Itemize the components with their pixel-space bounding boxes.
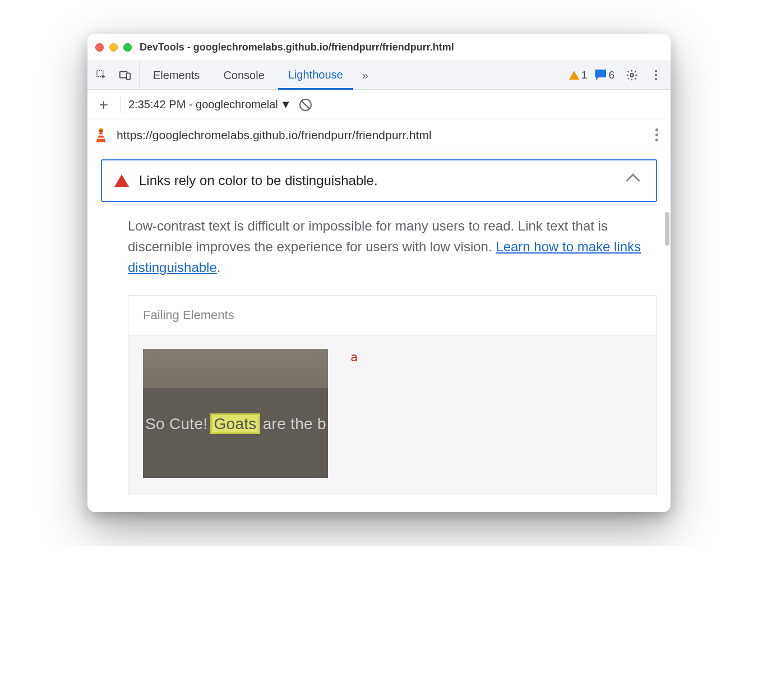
failing-elements-body: So Cute! Goats are the b a [128, 335, 657, 495]
devtools-tabstrip: Elements Console Lighthouse » 1 6 [87, 61, 671, 90]
window-title: DevTools - googlechromelabs.github.io/fr… [140, 42, 454, 53]
failing-elements-section: Failing Elements So Cute! Goats are the … [128, 295, 657, 495]
thumb-highlight: Goats [212, 415, 258, 432]
svg-rect-2 [127, 73, 130, 79]
zoom-window-button[interactable] [123, 43, 132, 52]
svg-point-3 [630, 73, 634, 77]
report-selector[interactable]: 2:35:42 PM - googlechromelal ▼ [128, 98, 292, 111]
audit-title: Links rely on color to be distinguishabl… [139, 173, 618, 188]
device-toolbar-icon[interactable] [115, 66, 135, 85]
lighthouse-icon [93, 127, 109, 143]
thumb-text-pre: So Cute! [145, 415, 212, 432]
element-screenshot-thumbnail[interactable]: So Cute! Goats are the b [143, 349, 328, 478]
svg-rect-1 [120, 72, 127, 78]
svg-rect-6 [98, 134, 104, 136]
tabstrip-right: 1 6 [569, 66, 666, 85]
inspect-element-icon[interactable] [92, 66, 111, 85]
error-icon [114, 174, 129, 187]
more-tabs-button[interactable]: » [357, 69, 374, 82]
traffic-lights [95, 43, 132, 52]
new-report-button[interactable]: + [95, 96, 112, 114]
svg-rect-5 [99, 127, 102, 130]
tab-elements[interactable]: Elements [143, 61, 210, 89]
report-selector-label: 2:35:42 PM - googlechromelal [128, 98, 278, 111]
lighthouse-report-content: Links rely on color to be distinguishabl… [87, 150, 671, 512]
thumbnail-caption: So Cute! Goats are the b [143, 415, 328, 433]
warnings-count: 1 [581, 69, 588, 81]
close-window-button[interactable] [95, 43, 104, 52]
lighthouse-toolbar: + 2:35:42 PM - googlechromelal ▼ [87, 90, 671, 120]
dropdown-icon: ▼ [280, 98, 292, 111]
message-icon [595, 70, 606, 81]
audit-header[interactable]: Links rely on color to be distinguishabl… [101, 159, 657, 202]
clear-report-icon[interactable] [299, 99, 312, 111]
thumb-text-post: are the b [258, 415, 326, 432]
tabstrip-left-tools [92, 61, 140, 89]
messages-count: 6 [608, 69, 614, 81]
svg-rect-7 [98, 137, 104, 139]
messages-badge[interactable]: 6 [595, 69, 614, 81]
warning-icon [569, 71, 579, 80]
more-options-button[interactable] [649, 68, 663, 82]
scrollbar-thumb[interactable] [665, 212, 669, 246]
tab-lighthouse[interactable]: Lighthouse [278, 62, 353, 90]
devtools-window: DevTools - googlechromelabs.github.io/fr… [87, 34, 671, 512]
audit-desc-suffix: . [217, 260, 221, 275]
minimize-window-button[interactable] [109, 43, 118, 52]
audit-description: Low-contrast text is difficult or imposs… [128, 215, 657, 278]
warnings-badge[interactable]: 1 [569, 69, 588, 81]
report-url-row: https://googlechromelabs.github.io/frien… [87, 120, 671, 150]
report-url: https://googlechromelabs.github.io/frien… [117, 128, 432, 142]
failing-elements-heading: Failing Elements [128, 296, 657, 335]
tab-console[interactable]: Console [213, 61, 274, 89]
failing-element-node[interactable]: a [350, 349, 358, 364]
settings-button[interactable] [622, 66, 641, 85]
toolbar-divider [120, 96, 121, 113]
window-title-prefix: DevTools - [140, 42, 193, 53]
chevron-up-icon [626, 173, 640, 187]
window-titlebar: DevTools - googlechromelabs.github.io/fr… [87, 34, 671, 61]
window-title-host: googlechromelabs.github.io/friendpurr/fr… [193, 42, 454, 53]
report-menu-button[interactable] [655, 128, 658, 141]
